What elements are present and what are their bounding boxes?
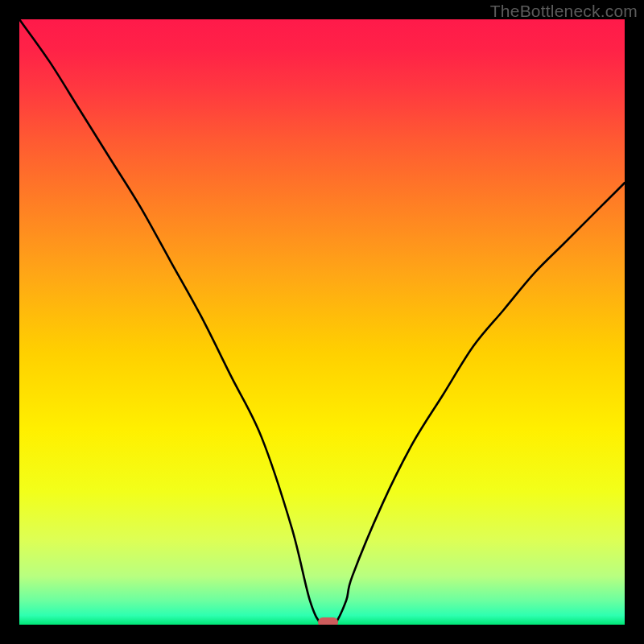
- chart-container: TheBottleneck.com: [0, 0, 644, 644]
- optimal-marker: [318, 617, 338, 625]
- watermark-text: TheBottleneck.com: [490, 2, 638, 21]
- bottleneck-curve: [19, 19, 625, 625]
- plot-area: [19, 19, 625, 625]
